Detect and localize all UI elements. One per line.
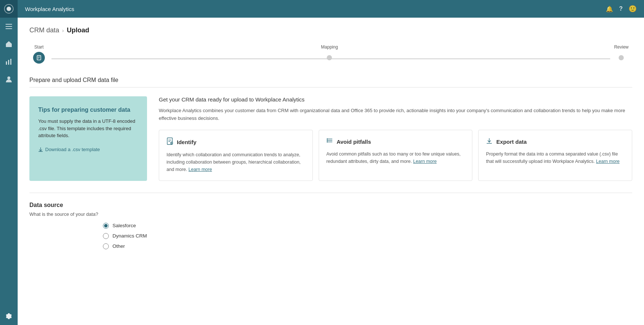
- svg-rect-9: [37, 56, 41, 60]
- sidebar-item-settings[interactable]: [0, 307, 18, 325]
- info-body: Workplace Analytics combines your custom…: [159, 107, 632, 122]
- app-logo: [0, 0, 18, 18]
- datasource-section: Data source What is the source of your d…: [29, 202, 632, 249]
- breadcrumb-separator: ›: [62, 28, 64, 33]
- topbar: Workplace Analytics 🔔 ? 🙂: [18, 0, 644, 18]
- pitfalls-learn-more-link[interactable]: Learn more: [413, 159, 437, 164]
- radio-other-label: Other: [112, 243, 125, 249]
- radio-group-datasource: Salesforce Dynamics CRM Other: [103, 223, 632, 249]
- help-icon[interactable]: ?: [619, 6, 623, 12]
- svg-point-8: [7, 76, 10, 79]
- datasource-title: Data source: [29, 202, 632, 208]
- stepper-circle-mapping: [327, 55, 332, 60]
- stepper-circle-start: [33, 52, 45, 64]
- user-icon[interactable]: 🙂: [629, 5, 637, 13]
- breadcrumb-current: Upload: [67, 26, 89, 34]
- section-divider: [29, 193, 632, 193]
- radio-dynamics-input[interactable]: [103, 233, 109, 239]
- breadcrumb-parent[interactable]: CRM data: [29, 26, 59, 34]
- sidebar-item-menu[interactable]: [0, 18, 18, 35]
- radio-other[interactable]: Other: [103, 243, 632, 249]
- svg-rect-2: [6, 24, 12, 25]
- section-prepare-title: Prepare and upload CRM data file: [29, 77, 632, 88]
- tips-card-body: You must supply the data in a UTF-8 enco…: [38, 118, 138, 139]
- info-card-export-body: Properly format the data into a comma se…: [486, 150, 625, 165]
- info-card-export-title: Export data: [496, 139, 527, 145]
- stepper-step-review: Review: [614, 44, 629, 60]
- radio-salesforce[interactable]: Salesforce: [103, 223, 632, 229]
- stepper-step-mapping: Mapping: [321, 44, 338, 60]
- pitfalls-icon: [326, 138, 333, 146]
- radio-salesforce-label: Salesforce: [112, 223, 136, 228]
- export-icon: [486, 138, 493, 146]
- info-cards: Identify Identify which collaboration an…: [159, 130, 632, 181]
- stepper-label-review: Review: [614, 44, 629, 50]
- tips-card: Tips for preparing customer data You mus…: [29, 96, 147, 181]
- svg-point-1: [7, 7, 11, 11]
- info-card-avoid-pitfalls: Avoid pitfalls Avoid common pitfalls suc…: [319, 130, 473, 181]
- main-content: CRM data › Upload Start Mapping: [18, 18, 644, 325]
- svg-rect-4: [6, 28, 12, 29]
- radio-other-input[interactable]: [103, 243, 109, 249]
- info-card-identify: Identify Identify which collaboration an…: [159, 130, 313, 181]
- radio-dynamics-label: Dynamics CRM: [112, 233, 147, 239]
- stepper-circle-review: [619, 55, 624, 60]
- sidebar-item-analytics[interactable]: [0, 53, 18, 71]
- svg-rect-5: [6, 61, 7, 65]
- topbar-actions: 🔔 ? 🙂: [606, 5, 637, 13]
- stepper-steps: Start Mapping Review: [33, 44, 629, 64]
- info-card-export-data: Export data Properly format the data int…: [478, 130, 632, 181]
- info-card-pitfalls-title: Avoid pitfalls: [337, 139, 371, 145]
- svg-rect-6: [8, 60, 9, 65]
- sidebar-item-home[interactable]: [0, 35, 18, 53]
- info-card-identify-header: Identify: [167, 138, 305, 147]
- info-area: Get your CRM data ready for upload to Wo…: [159, 96, 632, 181]
- content-row: Tips for preparing customer data You mus…: [29, 96, 632, 181]
- identify-icon: [167, 138, 173, 147]
- radio-salesforce-input[interactable]: [103, 223, 109, 229]
- info-card-identify-body: Identify which collaboration and communi…: [167, 151, 305, 173]
- datasource-question: What is the source of your data?: [29, 211, 632, 217]
- info-card-export-header: Export data: [486, 138, 625, 146]
- breadcrumb: CRM data › Upload: [29, 26, 632, 34]
- info-card-pitfalls-header: Avoid pitfalls: [326, 138, 465, 146]
- export-learn-more-link[interactable]: Learn more: [596, 159, 620, 164]
- radio-dynamics-crm[interactable]: Dynamics CRM: [103, 233, 632, 239]
- identify-learn-more-link[interactable]: Learn more: [189, 167, 212, 172]
- info-card-pitfalls-body: Avoid common pitfalls such as too many o…: [326, 150, 465, 165]
- app-title: Workplace Analytics: [25, 6, 74, 12]
- info-card-identify-title: Identify: [177, 139, 196, 145]
- svg-rect-3: [6, 26, 12, 27]
- svg-rect-7: [10, 59, 11, 65]
- progress-stepper: Start Mapping Review: [29, 44, 632, 64]
- tips-card-title: Tips for preparing customer data: [38, 107, 138, 113]
- stepper-label-start: Start: [34, 44, 43, 50]
- download-template-link[interactable]: Download a .csv template: [38, 147, 138, 152]
- stepper-step-start: Start: [33, 44, 45, 64]
- sidebar: [0, 0, 18, 325]
- info-heading: Get your CRM data ready for upload to Wo…: [159, 96, 632, 103]
- sidebar-item-people[interactable]: [0, 71, 18, 88]
- stepper-label-mapping: Mapping: [321, 44, 338, 50]
- notification-icon[interactable]: 🔔: [606, 6, 613, 12]
